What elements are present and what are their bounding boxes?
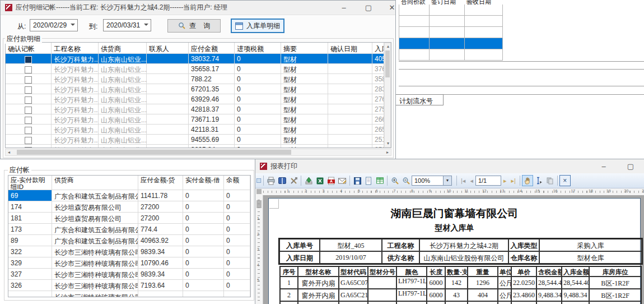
- payable-balance-cell[interactable]: 0: [224, 190, 250, 201]
- maximize-button[interactable]: ▢: [621, 159, 640, 173]
- column-header[interactable]: 实付金额-借: [183, 176, 224, 190]
- payable-debit-cell[interactable]: 0: [183, 235, 224, 246]
- confirm-checkbox[interactable]: [25, 76, 32, 84]
- table-amount-cell[interactable]: 42818.37: [189, 104, 235, 114]
- table-supplier-cell[interactable]: 山东南山铝业...: [99, 104, 147, 114]
- table-row[interactable]: [399, 38, 503, 49]
- empty-cell[interactable]: [430, 49, 465, 60]
- table-amount-cell[interactable]: 73671.19: [189, 114, 235, 124]
- table-row[interactable]: 327长沙市三湘特种玻璃有限公司9839.3400: [8, 269, 250, 280]
- table-tax-cell[interactable]: 0: [235, 54, 281, 63]
- table-summary-cell[interactable]: 型材: [281, 94, 328, 104]
- table-summary-cell[interactable]: 型材: [281, 74, 328, 84]
- payable-debit-cell[interactable]: 0: [183, 190, 224, 201]
- table-supplier-cell[interactable]: 山东南山铝业...: [99, 125, 147, 134]
- confirm-checkbox[interactable]: [25, 107, 32, 114]
- table-amount-cell[interactable]: 42118.31: [189, 125, 235, 134]
- payable-balance-cell[interactable]: 0: [224, 257, 250, 268]
- column-header[interactable]: 联系人: [147, 43, 189, 53]
- empty-cell[interactable]: [465, 49, 499, 60]
- table-row[interactable]: 长沙万科魅力...山东南山铝业...788.220型材358: [6, 74, 384, 84]
- payable-id-cell[interactable]: 322: [8, 246, 52, 257]
- table-project-cell[interactable]: 长沙万科魅力...: [52, 94, 99, 104]
- confirm-checkbox[interactable]: [25, 66, 32, 73]
- zoom-level-combo[interactable]: 100% ▾: [412, 176, 452, 186]
- column-header[interactable]: 进项税额: [235, 43, 281, 53]
- payable-balance-cell[interactable]: 0: [224, 280, 250, 291]
- payable-balance-cell[interactable]: 0: [224, 235, 250, 246]
- payable-credit-cell[interactable]: 9839.34: [138, 269, 183, 279]
- pdf-icon[interactable]: [325, 175, 337, 186]
- table-project-cell[interactable]: 长沙万科魅力...: [52, 54, 99, 63]
- nav-next-page-button[interactable]: ▸: [503, 177, 507, 185]
- payable-debit-cell[interactable]: 0: [183, 257, 224, 268]
- empty-cell[interactable]: [465, 16, 499, 26]
- table-confirm-date-cell[interactable]: [328, 64, 372, 73]
- table-supplier-cell[interactable]: 山东南山铝业...: [99, 114, 147, 124]
- table-confirm-date-cell[interactable]: [328, 114, 372, 124]
- table-row[interactable]: 174长沙坦森贸易有限公司2720000: [8, 201, 250, 213]
- minimize-button[interactable]: –: [594, 159, 613, 173]
- table-row[interactable]: 长沙万科魅力...山东南山铝业...63929.460型材276: [6, 94, 384, 104]
- empty-cell[interactable]: [430, 38, 465, 49]
- payable-debit-cell[interactable]: 0: [183, 269, 224, 279]
- table-row[interactable]: 长沙万科魅力...山东南山铝业...42818.370型材275: [6, 104, 384, 114]
- payable-debit-cell[interactable]: 0: [183, 224, 224, 234]
- table-inbound-cell[interactable]: 250: [372, 145, 384, 148]
- table-summary-cell[interactable]: 型材: [281, 54, 328, 63]
- table-inbound-cell[interactable]: 265: [372, 125, 384, 134]
- confirm-cell[interactable]: [6, 145, 52, 148]
- payable-supplier-cell[interactable]: 广东合和建筑五金制品有限公司: [52, 190, 138, 201]
- minimize-button[interactable]: –: [334, 1, 353, 15]
- payable-credit-cell[interactable]: 40963.92: [138, 235, 183, 246]
- save-icon[interactable]: [352, 175, 363, 186]
- nav-first-page-button[interactable]: |◂: [461, 177, 465, 185]
- table-row[interactable]: 69广东合和建筑五金制品有限公司11411.7800: [8, 190, 250, 201]
- payable-id-cell[interactable]: 173: [8, 224, 52, 234]
- table-tax-cell[interactable]: 0: [235, 135, 281, 144]
- confirm-cell[interactable]: [6, 135, 52, 144]
- scroll-down-icon[interactable]: ▾: [385, 140, 391, 147]
- payable-supplier-cell[interactable]: 长沙市三湘特种玻璃有限公司: [52, 291, 138, 297]
- table-contact-cell[interactable]: [147, 64, 189, 73]
- table-confirm-date-cell[interactable]: [328, 125, 372, 134]
- payable-balance-cell[interactable]: 0: [224, 269, 250, 279]
- table-project-cell[interactable]: 长沙万科魅力...: [52, 64, 99, 73]
- table-row[interactable]: [399, 4, 503, 16]
- payable-id-cell[interactable]: 326: [8, 280, 52, 291]
- table-supplier-cell[interactable]: 山东南山铝业...: [99, 135, 147, 144]
- table-inbound-cell[interactable]: 266: [372, 114, 384, 124]
- table-confirm-date-cell[interactable]: [328, 104, 372, 114]
- vertical-scroll-thumb[interactable]: [385, 50, 390, 77]
- empty-cell[interactable]: [399, 49, 430, 60]
- maximize-button[interactable]: ▢: [359, 1, 378, 15]
- nav-prev-page-button[interactable]: ◂: [470, 177, 473, 185]
- table-tax-cell[interactable]: 0: [235, 145, 281, 148]
- scroll-up-icon[interactable]: ▴: [385, 43, 391, 50]
- table-row[interactable]: 329长沙市三湘特种玻璃有限公司10790.4600: [8, 257, 250, 269]
- page-setup-icon[interactable]: [277, 175, 288, 186]
- column-header[interactable]: 摘要: [281, 43, 328, 53]
- column-header[interactable]: 应付金额: [189, 43, 235, 53]
- payable-debit-cell[interactable]: 0: [183, 280, 224, 291]
- table-inbound-cell[interactable]: 251: [372, 135, 384, 144]
- column-header[interactable]: 验收日期: [464, 0, 500, 4]
- table-row[interactable]: 长沙万科魅力...山东南山铝业...94555.690型材251: [6, 135, 384, 145]
- payable-supplier-cell[interactable]: 长沙市三湘特种玻璃有限公司: [52, 280, 138, 291]
- close-button[interactable]: ✕: [382, 1, 402, 15]
- query-button[interactable]: 查 询: [167, 19, 221, 33]
- table-project-cell[interactable]: 长沙万科魅力...: [52, 135, 99, 144]
- table-contact-cell[interactable]: [147, 54, 189, 63]
- column-header[interactable]: 余额: [224, 176, 250, 190]
- document-icon[interactable]: [363, 175, 374, 186]
- payable-debit-cell[interactable]: 0: [183, 201, 224, 212]
- table-inbound-cell[interactable]: 376: [372, 64, 384, 73]
- table-tax-cell[interactable]: 0: [235, 94, 281, 104]
- column-header[interactable]: 供货商: [52, 176, 138, 190]
- horizontal-scroll-thumb[interactable]: [17, 150, 291, 155]
- table-amount-cell[interactable]: 67201.35: [189, 84, 235, 94]
- column-header[interactable]: 入库: [372, 43, 384, 53]
- confirm-cell[interactable]: [6, 74, 52, 84]
- table-amount-cell[interactable]: 35658.17: [189, 64, 235, 73]
- report-preview-area[interactable]: 湖南巨晟门窗幕墙有限公司 型材入库单 入库单号型材_405工程名称长沙万科魅力之…: [263, 195, 644, 304]
